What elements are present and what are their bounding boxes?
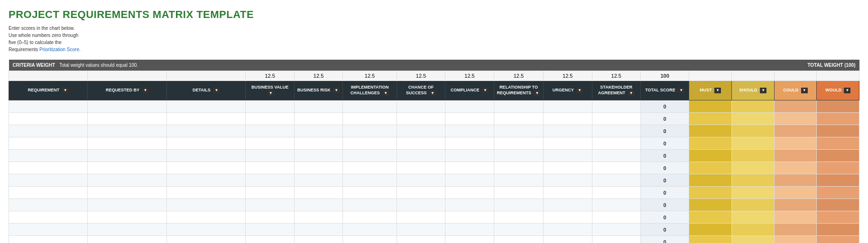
rr-3[interactable]	[494, 125, 543, 137]
bv-7[interactable]	[246, 174, 294, 187]
details-cell-11[interactable]	[166, 224, 245, 236]
ic-5[interactable]	[343, 150, 397, 162]
ic-3[interactable]	[343, 125, 397, 137]
cs-12[interactable]	[397, 236, 445, 243]
requested-by-dropdown-icon[interactable]: ▼	[142, 88, 148, 93]
comp-11[interactable]	[445, 224, 494, 236]
urg-2[interactable]	[544, 113, 592, 125]
req-cell-11[interactable]	[9, 224, 88, 236]
rr-12[interactable]	[494, 236, 543, 243]
details-cell-2[interactable]	[166, 113, 245, 125]
weight-val-1[interactable]	[246, 71, 294, 81]
ic-1[interactable]	[343, 100, 397, 113]
cs-3[interactable]	[397, 125, 445, 137]
req-cell-12[interactable]	[9, 236, 88, 243]
rr-1[interactable]	[494, 100, 543, 113]
rr-9[interactable]	[494, 199, 543, 211]
comp-10[interactable]	[445, 211, 494, 224]
impl-challenges-dropdown-icon[interactable]: ▼	[382, 90, 389, 96]
req-by-cell-9[interactable]	[88, 199, 166, 211]
req-by-cell-1[interactable]	[88, 100, 166, 113]
comp-5[interactable]	[445, 150, 494, 162]
ic-11[interactable]	[343, 224, 397, 236]
req-by-cell-4[interactable]	[88, 137, 166, 150]
weight-val-5[interactable]	[445, 71, 494, 81]
urg-6[interactable]	[544, 162, 592, 174]
details-cell-7[interactable]	[166, 174, 245, 187]
rr-2[interactable]	[494, 113, 543, 125]
cs-7[interactable]	[397, 174, 445, 187]
sa-3[interactable]	[592, 125, 640, 137]
urg-8[interactable]	[544, 187, 592, 199]
comp-1[interactable]	[445, 100, 494, 113]
weight-input-5[interactable]	[458, 73, 481, 79]
br-11[interactable]	[294, 224, 342, 236]
must-dropdown-icon[interactable]: ▼	[714, 88, 721, 93]
prioritization-score-link[interactable]: Prioritization Score	[39, 47, 79, 52]
comp-9[interactable]	[445, 199, 494, 211]
details-cell-1[interactable]	[166, 100, 245, 113]
ic-7[interactable]	[343, 174, 397, 187]
weight-val-6[interactable]	[494, 71, 543, 81]
br-4[interactable]	[294, 137, 342, 150]
br-1[interactable]	[294, 100, 342, 113]
urg-10[interactable]	[544, 211, 592, 224]
urg-3[interactable]	[544, 125, 592, 137]
relationship-dropdown-icon[interactable]: ▼	[534, 90, 540, 96]
weight-val-7[interactable]	[544, 71, 592, 81]
cs-10[interactable]	[397, 211, 445, 224]
details-cell-12[interactable]	[166, 236, 245, 243]
stakeholder-dropdown-icon[interactable]: ▼	[628, 90, 635, 96]
req-by-input-1[interactable]	[90, 104, 164, 109]
comp-2[interactable]	[445, 113, 494, 125]
sa-8[interactable]	[592, 187, 640, 199]
bv-8[interactable]	[246, 187, 294, 199]
req-cell-6[interactable]	[9, 162, 88, 174]
req-cell-5[interactable]	[9, 150, 88, 162]
req-by-cell-2[interactable]	[88, 113, 166, 125]
comp-8[interactable]	[445, 187, 494, 199]
req-by-cell-8[interactable]	[88, 187, 166, 199]
req-by-cell-11[interactable]	[88, 224, 166, 236]
urg-1[interactable]	[544, 100, 592, 113]
req-cell-8[interactable]	[9, 187, 88, 199]
weight-input-8[interactable]	[604, 73, 628, 79]
req-cell-2[interactable]	[9, 113, 88, 125]
bv-12[interactable]	[246, 236, 294, 243]
comp-12[interactable]	[445, 236, 494, 243]
br-12[interactable]	[294, 236, 342, 243]
details-cell-4[interactable]	[166, 137, 245, 150]
br-3[interactable]	[294, 125, 342, 137]
urgency-dropdown-icon[interactable]: ▼	[576, 88, 583, 93]
would-dropdown-icon[interactable]: ▼	[844, 88, 850, 93]
br-6[interactable]	[294, 162, 342, 174]
details-cell-10[interactable]	[166, 211, 245, 224]
br-2[interactable]	[294, 113, 342, 125]
details-input-1[interactable]	[169, 104, 243, 109]
bv-11[interactable]	[246, 224, 294, 236]
req-cell-9[interactable]	[9, 199, 88, 211]
ic-9[interactable]	[343, 199, 397, 211]
req-cell-1[interactable]	[9, 100, 88, 113]
req-cell-4[interactable]	[9, 137, 88, 150]
urg-5[interactable]	[544, 150, 592, 162]
req-cell-10[interactable]	[9, 211, 88, 224]
sa-9[interactable]	[592, 199, 640, 211]
br-8[interactable]	[294, 187, 342, 199]
ic-4[interactable]	[343, 137, 397, 150]
business-risk-dropdown-icon[interactable]: ▼	[333, 88, 340, 93]
req-by-cell-6[interactable]	[88, 162, 166, 174]
sa-11[interactable]	[592, 224, 640, 236]
weight-input-4[interactable]	[409, 73, 433, 79]
br-7[interactable]	[294, 174, 342, 187]
bv-5[interactable]	[246, 150, 294, 162]
br-9[interactable]	[294, 199, 342, 211]
details-cell-6[interactable]	[166, 162, 245, 174]
urg-9[interactable]	[544, 199, 592, 211]
bv-6[interactable]	[246, 162, 294, 174]
comp-4[interactable]	[445, 137, 494, 150]
ic-8[interactable]	[343, 187, 397, 199]
weight-input-2[interactable]	[307, 73, 331, 79]
urg-4[interactable]	[544, 137, 592, 150]
sa-10[interactable]	[592, 211, 640, 224]
